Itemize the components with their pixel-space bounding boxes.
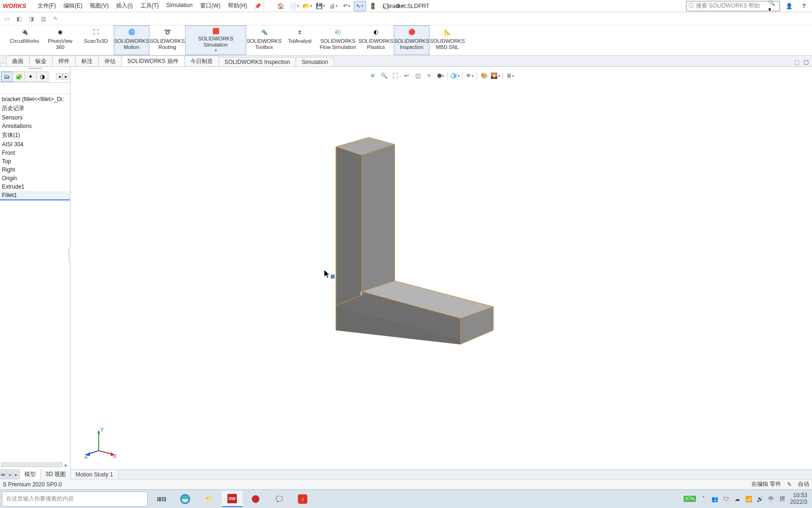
- apply-scene-icon[interactable]: 🌄▾: [490, 71, 500, 81]
- tab-annotate[interactable]: 标注: [75, 56, 99, 66]
- ribbon-flow-sim[interactable]: 💨 SOLIDWORKS Flow Simulation: [318, 25, 358, 55]
- bt-next-icon[interactable]: ▸: [13, 470, 20, 479]
- save-icon[interactable]: 💾▾: [314, 1, 327, 11]
- edit-appearance-icon[interactable]: 🎨: [479, 71, 489, 81]
- task-record-icon[interactable]: [245, 491, 266, 507]
- menu-help[interactable]: 帮助(H): [224, 0, 251, 12]
- tree-right[interactable]: Right: [0, 166, 70, 174]
- tab-left-edge[interactable]: [0, 63, 7, 66]
- view-orientation-icon[interactable]: ⬢▾: [435, 71, 445, 81]
- bt-first-icon[interactable]: ⏮: [0, 470, 7, 479]
- tray-ime-mode[interactable]: 拼: [779, 495, 786, 503]
- tree-front[interactable]: Front: [0, 149, 70, 157]
- tray-battery[interactable]: 97%: [684, 496, 696, 502]
- task-explorer-icon[interactable]: 📁: [198, 491, 219, 507]
- bt-motionstudy[interactable]: Motion Study 1: [71, 470, 118, 479]
- ribbon-circuitworks[interactable]: 🔌 CircuitWorks: [7, 25, 42, 55]
- tab-sheetmetal[interactable]: 钣金: [29, 56, 53, 66]
- rebuild-icon[interactable]: 🚦: [367, 1, 379, 11]
- graphics-viewport[interactable]: ⤧ 🔍 ⛶ ↩ ◫ ✧ ⬢▾ 🧊▾ 👁▾ 🎨 🌄▾ 🖥▾: [70, 67, 812, 469]
- fp-tab-propmgr-icon[interactable]: 🧩: [13, 71, 25, 82]
- tab-today-make[interactable]: 今日制造: [184, 56, 219, 66]
- question-icon[interactable]: ?: [798, 1, 810, 11]
- ribbon-inspection[interactable]: 🔴 SOLIDWORKS Inspection: [394, 25, 429, 55]
- user-icon[interactable]: 👤: [783, 1, 795, 11]
- tab-more-icon[interactable]: ▢: [802, 58, 810, 66]
- tab-expand-icon[interactable]: ⬚: [792, 58, 801, 66]
- tray-onedrive-icon[interactable]: ☁: [734, 495, 741, 503]
- undo-icon[interactable]: ↶▾: [341, 1, 353, 11]
- task-view-icon[interactable]: ⊞⊟: [151, 491, 172, 507]
- tree-origin[interactable]: Origin: [0, 174, 70, 183]
- open-icon[interactable]: 📂▾: [301, 1, 313, 11]
- menu-simulation[interactable]: Simulation: [163, 0, 196, 12]
- task-wechat-icon[interactable]: 💬: [269, 491, 289, 507]
- tree-solidbodies[interactable]: 实体(1): [0, 130, 70, 140]
- menu-window[interactable]: 窗口(W): [196, 0, 224, 12]
- bt-3dview[interactable]: 3D 视图: [41, 469, 71, 479]
- tab-surface[interactable]: 曲面: [6, 56, 30, 66]
- select-cursor-icon[interactable]: ↖▾: [354, 1, 366, 11]
- tray-ime-lang[interactable]: 中: [767, 495, 775, 503]
- menu-file[interactable]: 文件(F): [34, 0, 60, 12]
- tray-clock[interactable]: 10:53 2022/3: [790, 492, 807, 505]
- panel-grip-icon[interactable]: [28, 68, 42, 69]
- ribbon-mbd-snl[interactable]: 📐 SOLIDWORKS MBD SNL: [429, 25, 465, 55]
- tray-people-icon[interactable]: 👥: [711, 495, 718, 503]
- tab-simulation[interactable]: Simulation: [296, 57, 334, 66]
- grey-tool-1-icon[interactable]: ▭: [2, 14, 11, 24]
- display-style-icon[interactable]: 🧊▾: [450, 71, 460, 81]
- dynamic-section-icon[interactable]: ✧: [424, 71, 434, 81]
- grey-tool-5-icon[interactable]: ✎: [51, 14, 60, 24]
- fp-tab-dimxpert-icon[interactable]: ◑: [36, 71, 48, 82]
- bt-prev-icon[interactable]: ◂: [7, 470, 13, 479]
- grey-tool-3-icon[interactable]: ◨: [26, 14, 36, 24]
- fp-tab-left-arrow-icon[interactable]: ◂: [56, 73, 62, 79]
- menu-insert[interactable]: 插入(I): [112, 0, 136, 12]
- bt-model[interactable]: 模型: [20, 469, 41, 479]
- panel-hscroll[interactable]: [1, 462, 62, 467]
- tree-annotations[interactable]: Annotations: [0, 122, 70, 130]
- tree-top[interactable]: Top: [0, 157, 70, 166]
- zoom-fit-icon[interactable]: 🔍: [379, 71, 389, 81]
- windows-search-box[interactable]: 在这里输入你要搜索的内容: [2, 492, 148, 507]
- ribbon-scanto3d[interactable]: ⛶ ScanTo3D: [78, 25, 114, 55]
- grey-tool-4-icon[interactable]: ▥: [39, 14, 48, 24]
- ribbon-sw-routing[interactable]: ➰ SOLIDWORKS Routing: [149, 25, 185, 55]
- ribbon-sw-simulation[interactable]: 🟥 SOLIDWORKS Simulation ▾: [185, 25, 246, 55]
- view-settings-icon[interactable]: 🖥▾: [505, 71, 515, 81]
- hide-show-icon[interactable]: 👁▾: [464, 71, 475, 81]
- task-solidworks-icon[interactable]: SW: [222, 491, 242, 507]
- ribbon-sw-toolbox[interactable]: 🔩 SOLIDWORKS Toolbox: [246, 25, 282, 55]
- panel-hscroll-right-arrow-icon[interactable]: ▸: [62, 461, 69, 468]
- fp-tab-right-arrow-icon[interactable]: ▸: [62, 73, 69, 79]
- home-icon[interactable]: 🏠: [275, 1, 287, 11]
- tray-wifi-icon[interactable]: 📶: [745, 495, 752, 503]
- tree-extrude1[interactable]: Extrude1: [0, 183, 70, 191]
- tree-root[interactable]: bracket (fillet<<fillet>_Di:: [0, 95, 70, 103]
- help-search-box[interactable]: ⓘ 搜索 SOLIDWORKS 帮助 🔍▾: [686, 1, 780, 11]
- new-icon[interactable]: 📄▾: [288, 1, 300, 11]
- tray-shield-icon[interactable]: 🛡: [722, 495, 730, 503]
- task-netease-icon[interactable]: ♪: [292, 491, 313, 507]
- ribbon-plastics[interactable]: ◐ SOLIDWORKS Plastics: [358, 25, 394, 55]
- pin-icon[interactable]: 📌: [254, 2, 262, 10]
- tray-volume-icon[interactable]: 🔊: [756, 495, 764, 503]
- grey-tool-2-icon[interactable]: ◧: [14, 14, 23, 24]
- task-edge-icon[interactable]: [175, 491, 195, 507]
- print-icon[interactable]: 🖨▾: [328, 1, 340, 11]
- menu-tools[interactable]: 工具(T): [137, 0, 163, 12]
- orientation-triad[interactable]: Y X Z: [85, 427, 117, 460]
- fp-tab-configmgr-icon[interactable]: ✦: [24, 71, 37, 82]
- prev-view-icon[interactable]: ↩: [401, 71, 412, 81]
- tree-sensors[interactable]: Sensors: [0, 113, 70, 122]
- menu-edit[interactable]: 编辑(E): [60, 0, 86, 12]
- tree-fillet1[interactable]: Fillet1: [0, 191, 70, 200]
- search-icon[interactable]: 🔍▾: [768, 2, 778, 10]
- feature-tree-filter[interactable]: [0, 83, 70, 94]
- tray-chevron-up-icon[interactable]: ˄: [700, 495, 707, 503]
- menu-view[interactable]: 视图(V): [86, 0, 112, 12]
- ribbon-photoview360[interactable]: ◉ PhotoView 360: [42, 25, 78, 55]
- tree-material[interactable]: AISI 304: [0, 140, 70, 149]
- tab-inspection[interactable]: SOLIDWORKS Inspection: [219, 57, 296, 66]
